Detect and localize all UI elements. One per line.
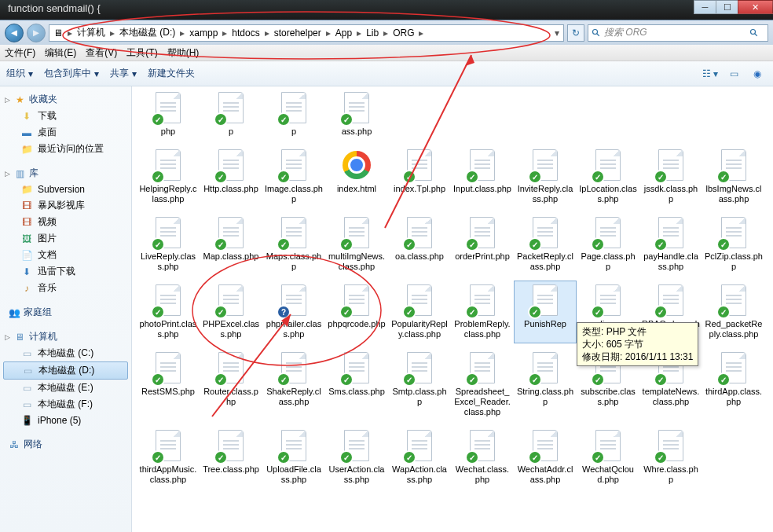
refresh-button[interactable]: ↻: [567, 24, 584, 42]
sidebar-item-music[interactable]: ♪音乐: [0, 280, 131, 296]
file-item[interactable]: ✓orderPrint.php: [451, 213, 514, 276]
preview-pane-button[interactable]: ▭: [724, 65, 743, 83]
breadcrumb-root-icon[interactable]: 🖥: [51, 25, 65, 41]
sidebar-item-drive-f[interactable]: ▭本地磁盘 (F:): [0, 396, 131, 413]
file-item[interactable]: ?phpmailer.class.php: [262, 281, 325, 343]
file-item[interactable]: ✓InviteReply.class.php: [514, 145, 577, 208]
breadcrumb-seg[interactable]: App: [333, 25, 354, 41]
file-item[interactable]: ✓photoPrint.class.php: [137, 281, 200, 343]
maximize-button[interactable]: ☐: [716, 0, 738, 14]
sidebar-item-videos[interactable]: 🎞视频: [0, 214, 131, 230]
file-item[interactable]: ✓PopularityReply.class.php: [388, 281, 451, 343]
file-item[interactable]: ✓WechatAddr.class.php: [514, 426, 577, 489]
include-in-library-button[interactable]: 包含到库中 ▾: [44, 67, 99, 80]
breadcrumb-seg[interactable]: ORG: [390, 25, 416, 41]
file-item[interactable]: ✓PunishRep: [514, 281, 577, 343]
file-item[interactable]: ✓Map.class.php: [200, 213, 262, 276]
file-item[interactable]: ✓ass.php: [325, 88, 388, 141]
breadcrumb-seg[interactable]: Lib: [364, 25, 381, 41]
view-options-button[interactable]: ☷ ▾: [701, 65, 720, 83]
file-item[interactable]: ✓Router.class.php: [200, 348, 262, 421]
sidebar-item-drive-c[interactable]: ▭本地磁盘 (C:): [0, 345, 131, 361]
file-item[interactable]: ✓Smtp.class.php: [388, 348, 451, 421]
file-item[interactable]: ✓Input.class.php: [451, 145, 514, 208]
close-button[interactable]: ✕: [738, 0, 773, 14]
breadcrumb-bar[interactable]: 🖥▸ 计算机▸ 本地磁盘 (D:)▸ xampp▸ htdocs▸ storeh…: [49, 24, 564, 42]
menu-tools[interactable]: 工具(T): [122, 46, 162, 60]
file-item[interactable]: ✓HelpingReply.class.php: [137, 145, 200, 208]
breadcrumb-dropdown-icon[interactable]: ▾: [552, 28, 562, 39]
sidebar-item-drive-e[interactable]: ▭本地磁盘 (E:): [0, 380, 131, 396]
menu-view[interactable]: 查看(V): [81, 46, 122, 60]
share-button[interactable]: 共享 ▾: [110, 67, 137, 80]
breadcrumb-seg[interactable]: htdocs: [229, 25, 262, 41]
file-item[interactable]: ✓ShakeReply.class.php: [262, 348, 325, 421]
back-button[interactable]: ◄: [5, 24, 24, 42]
menu-edit[interactable]: 编辑(E): [40, 46, 81, 60]
sidebar-favorites-head[interactable]: ▷★收藏夹: [0, 91, 131, 108]
file-item[interactable]: ✓thirdAppMusic.class.php: [137, 426, 200, 489]
file-item[interactable]: ✓Red_packetReply.class.php: [702, 281, 765, 343]
file-item[interactable]: ✓UserAction.class.php: [325, 426, 388, 489]
file-item[interactable]: ✓PHPExcel.class.php: [200, 281, 262, 343]
sidebar-item-xunlei[interactable]: ⬇迅雷下载: [0, 263, 131, 280]
sidebar-network-head[interactable]: 🖧网络: [0, 436, 131, 453]
file-item[interactable]: ✓Tree.class.php: [200, 426, 262, 489]
file-item[interactable]: ✓RestSMS.php: [137, 348, 200, 421]
file-item[interactable]: ✓Sms.class.php: [325, 348, 388, 421]
search-go-icon[interactable]: [749, 28, 759, 38]
breadcrumb-seg[interactable]: 本地磁盘 (D:): [117, 25, 178, 41]
menu-file[interactable]: 文件(F): [0, 46, 40, 60]
breadcrumb-seg[interactable]: 计算机: [75, 25, 108, 41]
file-item[interactable]: ✓p: [200, 88, 262, 141]
file-item[interactable]: ✓Spreadsheet_Excel_Reader.class.php: [451, 348, 514, 421]
sidebar-item-desktop[interactable]: ▬桌面: [0, 124, 131, 141]
sidebar-item-videolib[interactable]: 🎞暴风影视库: [0, 197, 131, 214]
file-item[interactable]: ✓WechatQcloud.php: [577, 426, 639, 489]
file-item[interactable]: ✓Maps.class.php: [262, 213, 325, 276]
file-item[interactable]: ✓IpLocation.class.php: [577, 145, 639, 208]
new-folder-button[interactable]: 新建文件夹: [148, 67, 195, 80]
file-item[interactable]: ✓jssdk.class.php: [639, 145, 702, 208]
file-item[interactable]: ✓p: [262, 88, 325, 141]
breadcrumb-seg[interactable]: storehelper: [272, 25, 324, 41]
file-item[interactable]: ✓lbsImgNews.class.php: [702, 145, 765, 208]
file-item[interactable]: ✓Wechat.class.php: [451, 426, 514, 489]
file-item[interactable]: ✓PacketReply.class.php: [514, 213, 577, 276]
file-item[interactable]: ✓Image.class.php: [262, 145, 325, 208]
file-item[interactable]: ✓WapAction.class.php: [388, 426, 451, 489]
file-item[interactable]: ✓multiImgNews.class.php: [325, 213, 388, 276]
sidebar-item-iphone[interactable]: 📱iPhone (5): [0, 413, 131, 428]
sidebar-item-recent[interactable]: 📁最近访问的位置: [0, 141, 131, 157]
sidebar-computer-head[interactable]: ▷🖥计算机: [0, 328, 131, 345]
file-item[interactable]: ✓payHandle.class.php: [639, 213, 702, 276]
forward-button[interactable]: ►: [27, 24, 46, 42]
file-item[interactable]: ✓phpqrcode.php: [325, 281, 388, 343]
file-item[interactable]: ✓oa.class.php: [388, 213, 451, 276]
file-item[interactable]: ✓Http.class.php: [200, 145, 262, 208]
file-item[interactable]: ✓ProblemReply.class.php: [451, 281, 514, 343]
menu-help[interactable]: 帮助(H): [163, 46, 204, 60]
sidebar-item-pictures[interactable]: 🖼图片: [0, 230, 131, 247]
file-item[interactable]: ✓Page.class.php: [577, 213, 639, 276]
file-item[interactable]: index.html: [325, 145, 388, 208]
file-item[interactable]: ✓String.class.php: [514, 348, 577, 421]
sidebar-item-subversion[interactable]: 📁Subversion: [0, 182, 131, 197]
file-item[interactable]: ✓index.Tpl.php: [388, 145, 451, 208]
sidebar-item-downloads[interactable]: ⬇下载: [0, 108, 131, 124]
sidebar-homegroup-head[interactable]: 👥家庭组: [0, 304, 131, 321]
search-box[interactable]: 搜索 ORG: [588, 24, 768, 42]
file-item[interactable]: ✓LiveReply.class.php: [137, 213, 200, 276]
sidebar-libraries-head[interactable]: ▷▥库: [0, 165, 131, 182]
file-item[interactable]: ✓UploadFile.class.php: [262, 426, 325, 489]
sidebar-item-documents[interactable]: 📄文档: [0, 247, 131, 263]
file-item[interactable]: ✓thirdApp.class.php: [702, 348, 765, 421]
file-item[interactable]: ✓php: [137, 88, 200, 141]
sidebar-item-drive-d[interactable]: ▭本地磁盘 (D:): [3, 361, 128, 380]
file-list-pane[interactable]: ✓php✓p✓p✓ass.php✓HelpingReply.class.php✓…: [132, 86, 773, 532]
breadcrumb-seg[interactable]: xampp: [187, 25, 220, 41]
minimize-button[interactable]: ─: [694, 0, 716, 14]
file-item[interactable]: ✓Whre.class.php: [639, 426, 702, 489]
help-button[interactable]: ◉: [748, 65, 767, 83]
organize-button[interactable]: 组织 ▾: [6, 67, 33, 80]
